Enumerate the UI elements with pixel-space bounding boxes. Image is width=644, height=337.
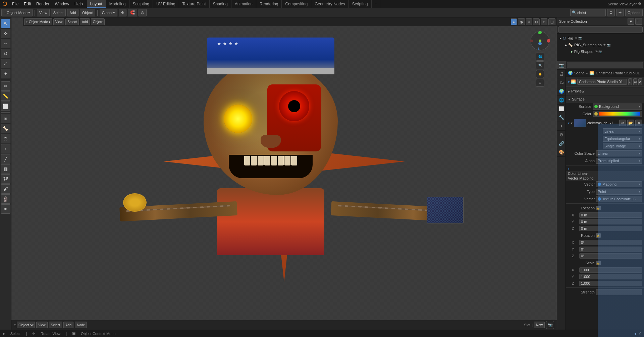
gizmo-persp-btn[interactable]: 🌐 — [536, 53, 544, 61]
tab-rendering[interactable]: Rendering — [256, 0, 282, 8]
tab-animation[interactable]: Animation — [231, 0, 256, 8]
vp-select-btn[interactable]: Select — [65, 18, 79, 25]
mat-new-btn[interactable]: ⊕ — [628, 78, 632, 85]
add-btn[interactable]: Add — [67, 9, 78, 16]
options-btn[interactable]: Options — [625, 9, 643, 16]
props-tab-material[interactable]: 🎨 — [557, 148, 566, 157]
gizmo-pan-btn[interactable]: ✋ — [536, 70, 544, 78]
tool-pose[interactable]: 🦴 — [1, 124, 10, 133]
props-tab-world[interactable]: 🌐 — [557, 96, 566, 105]
object-btn[interactable]: Object — [80, 9, 95, 16]
mat-delete-btn[interactable]: ✕ — [638, 78, 642, 85]
material-name-input[interactable] — [577, 79, 627, 85]
tool-grease[interactable]: ✒ — [1, 204, 10, 214]
outliner-options-btn[interactable]: ⋯ — [635, 18, 642, 25]
render-engine-icon[interactable]: ⚙ — [638, 2, 641, 6]
select-btn[interactable]: Select — [51, 9, 66, 16]
outliner-search-input[interactable] — [558, 26, 643, 32]
tab-compositing[interactable]: Compositing — [282, 0, 311, 8]
tab-modeling[interactable]: Modeling — [106, 0, 129, 8]
tool-measure[interactable]: 📏 — [1, 91, 10, 101]
tool-paint[interactable]: 🖌 — [1, 184, 10, 194]
color-value-row[interactable] — [593, 111, 642, 117]
view-btn[interactable]: View — [37, 9, 50, 16]
camera-icon-btn[interactable]: 📷 — [546, 321, 554, 329]
tool-cursor[interactable]: ✛ — [1, 29, 10, 38]
tool-add-cube[interactable]: ⬜ — [1, 102, 10, 111]
tab-sculpting[interactable]: Sculpting — [129, 0, 153, 8]
tool-transform[interactable]: ✦ — [1, 69, 10, 78]
new-btn[interactable]: New — [534, 322, 545, 328]
sunman-render[interactable]: 📷 — [607, 43, 610, 47]
props-search-input[interactable] — [567, 62, 643, 68]
vp-bottom-mode-select[interactable]: Object — [17, 322, 35, 328]
surface-type-select[interactable]: Background ▾ — [593, 104, 642, 110]
material-shading-btn[interactable]: ◑ — [518, 18, 525, 25]
mode-selector[interactable]: □ Object Mode ▾ — [1, 9, 33, 16]
transform-selector[interactable]: Global ▾ — [100, 9, 118, 16]
menu-window[interactable]: Window — [52, 0, 72, 8]
vector-expand[interactable]: ▸ — [568, 167, 570, 171]
wireframe-btn[interactable]: ⊡ — [533, 18, 540, 25]
mat-copy-btn[interactable]: ⧉ — [633, 78, 637, 85]
strength-value[interactable] — [596, 289, 642, 295]
menu-edit[interactable]: Edit — [21, 0, 34, 8]
outliner-item-rig[interactable]: ▸ ⬡ Rig 👁 📷 — [558, 35, 643, 42]
3d-viewport[interactable]: □ Object Mode ▾ View Select Add Object ●… — [11, 17, 557, 330]
tab-geometry-nodes[interactable]: Geometry Nodes — [311, 0, 349, 8]
props-tab-output[interactable]: 🖨 — [557, 70, 566, 78]
proportional-btn[interactable]: ◎ — [139, 9, 147, 16]
xray-toggle[interactable]: ◫ — [548, 18, 555, 25]
outliner-filter-btn[interactable]: ▼ — [628, 18, 634, 25]
props-tab-physics[interactable]: ⚙ — [557, 131, 566, 139]
props-tab-modifier[interactable]: 🔧 — [557, 113, 566, 122]
props-tab-render[interactable]: 📷 — [557, 61, 566, 70]
tab-texture-paint[interactable]: Texture Paint — [179, 0, 210, 8]
tool-uv[interactable]: 🗺 — [1, 174, 10, 184]
vp-mode-btn[interactable]: □ Object Mode ▾ — [24, 18, 52, 25]
search-input[interactable] — [577, 11, 604, 15]
tab-uv-editing[interactable]: UV Editing — [153, 0, 179, 8]
vp-bottom-node[interactable]: Node — [75, 322, 87, 328]
solid-shading-btn[interactable]: ● — [511, 18, 517, 25]
vp-add-btn[interactable]: Add — [80, 18, 90, 25]
shapes-render[interactable]: 📷 — [598, 50, 602, 53]
menu-file[interactable]: File — [9, 0, 21, 8]
vp-view-btn[interactable]: View — [53, 18, 65, 25]
preview-section-header[interactable]: Preview — [566, 87, 644, 95]
tool-sculpt[interactable]: 🗿 — [1, 194, 10, 204]
vp-bottom-view[interactable]: View — [36, 322, 48, 328]
vp-bottom-add[interactable]: Add — [63, 322, 73, 328]
tool-select[interactable]: ↖ — [1, 19, 10, 28]
tool-weight[interactable]: ⚖ — [1, 134, 10, 143]
rendered-shading-btn[interactable]: ○ — [526, 18, 532, 25]
gizmo-render-btn[interactable]: ⊞ — [536, 79, 544, 87]
tab-scripting[interactable]: Scripting — [349, 0, 372, 8]
overlay-toggle[interactable]: ⊙ — [541, 18, 547, 25]
props-tab-scene[interactable]: 🌍 — [557, 87, 566, 96]
tool-item[interactable]: ▣ — [1, 114, 10, 123]
props-tab-object[interactable]: ⬜ — [557, 105, 566, 113]
gizmo-zoom-btn[interactable]: 🔍 — [536, 61, 544, 69]
snap-btn[interactable]: 🧲 — [128, 9, 137, 16]
props-tab-particles[interactable]: ✦ — [557, 122, 566, 131]
tool-move[interactable]: ↔ — [1, 39, 10, 48]
pivot-btn[interactable]: ⊙ — [119, 9, 126, 16]
overlay-btn[interactable]: ⊙ — [607, 9, 615, 16]
surface-section-header[interactable]: Surface — [566, 95, 644, 103]
vp-object-btn[interactable]: Object — [91, 18, 105, 25]
outliner-item-rig-shapes[interactable]: ● Rig Shapes 👁 📷 — [558, 48, 643, 55]
outliner-item-rig-sunman[interactable]: ▸ 🦴 RIG_Sunman.ao 👁 📷 — [558, 42, 643, 48]
menu-help[interactable]: Help — [72, 0, 86, 8]
props-tab-constraints[interactable]: 🔗 — [557, 139, 566, 148]
tab-add[interactable]: + — [372, 0, 381, 8]
tab-shading[interactable]: Shading — [210, 0, 231, 8]
tool-edge[interactable]: ╱ — [1, 154, 10, 163]
tool-face[interactable]: ▦ — [1, 164, 10, 174]
viewport-search[interactable]: 🔍 — [570, 9, 606, 16]
tool-rotate[interactable]: ↺ — [1, 49, 10, 58]
gizmo-btn[interactable]: ✛ — [616, 9, 624, 16]
shapes-vis[interactable]: 👁 — [595, 50, 598, 53]
tool-scale[interactable]: ⤢ — [1, 59, 10, 68]
tool-annotate[interactable]: ✏ — [1, 81, 10, 91]
